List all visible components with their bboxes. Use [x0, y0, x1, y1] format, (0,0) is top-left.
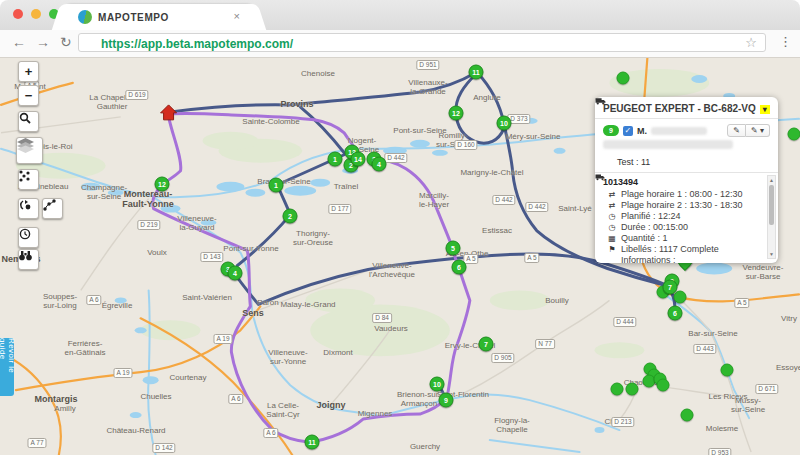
stop-marker[interactable]: 10 [497, 116, 512, 131]
back-icon[interactable]: ← [12, 34, 26, 50]
map-town-label: La Celle- Saint-Cyr [266, 401, 299, 419]
map-town-label: Pont-sur-Yonne [223, 244, 278, 253]
stop-marker-number: 9 [444, 397, 448, 404]
bookmark-star-icon[interactable]: ☆ [745, 35, 757, 50]
map-town-label: Pont-sur-Seine [393, 126, 446, 135]
road-badge: D 213 [611, 417, 634, 427]
stop-marker[interactable]: 7 [663, 280, 678, 295]
minimize-window-button[interactable] [31, 9, 41, 19]
stop-marker-number: 2 [288, 213, 292, 220]
edit-stop-menu-button[interactable]: ✎ ▾ [746, 124, 770, 137]
road-badge: D 951 [416, 60, 439, 70]
road-badge: A 6 [86, 295, 101, 305]
stop-marker[interactable]: 5 [446, 241, 461, 256]
map-town-label: Égreville [102, 301, 133, 310]
map-town-label: Mussy- sur-Seine [731, 396, 765, 414]
scroll-down-icon[interactable]: ▼ [768, 251, 775, 257]
road-badge: A 77 [27, 438, 46, 448]
stop-dot[interactable] [626, 383, 639, 396]
stop-marker[interactable]: 14 [351, 152, 366, 167]
stop-reference: 1013494 [603, 177, 762, 187]
stop-dot[interactable] [611, 383, 624, 396]
stop-dot[interactable] [657, 379, 670, 392]
road-badge: D 671 [755, 384, 778, 394]
zoom-area-button[interactable] [18, 111, 39, 132]
map-town-label: Joigny [316, 400, 345, 410]
stop-marker[interactable]: 9 [439, 393, 454, 408]
map-town-label: Dixmont [323, 348, 352, 357]
stop-marker-number: 14 [354, 156, 362, 163]
stop-dot[interactable] [617, 72, 630, 85]
draw-route-button[interactable] [42, 198, 63, 219]
stop-detail-scroll[interactable]: 1013494 ⇄Plage horaire 1 : 08:00 - 12:30… [595, 173, 778, 265]
stop-marker[interactable]: 7 [479, 337, 494, 352]
map-town-label: Montereau- Fault-Yonne [122, 189, 173, 210]
clustering-button[interactable] [18, 169, 39, 190]
stop-dot[interactable] [788, 128, 800, 141]
address-bar[interactable]: https://app.beta.mapotempo.com/ ☆ [78, 33, 766, 52]
overview-button[interactable] [18, 249, 39, 270]
browser-tab[interactable]: MAPOTEMPO × [64, 4, 254, 30]
stop-marker-number: 4 [377, 161, 381, 168]
stop-checkbox[interactable]: ✓ [623, 126, 633, 136]
edit-stop-button[interactable]: ✎ [727, 124, 746, 137]
map-town-label: Saint-Lyé [558, 204, 592, 213]
forward-icon[interactable]: → [36, 34, 50, 50]
map-town-label: Villeneuve- la-Guyard [177, 214, 216, 232]
map-town-label: Saint-Valérien [182, 293, 232, 302]
stop-marker[interactable]: 2 [283, 209, 298, 224]
close-window-button[interactable] [13, 9, 23, 19]
scroll-thumb[interactable] [769, 185, 774, 225]
map-town-label: Migennes [358, 409, 393, 418]
road-badge: D 84 [372, 313, 392, 323]
browser-menu-icon[interactable]: ⋮ [779, 34, 792, 49]
arrows-icon: ⇄ [607, 189, 617, 200]
stop-dot[interactable] [674, 291, 687, 304]
move-marker-button[interactable] [18, 198, 39, 219]
tab-close-icon[interactable]: × [234, 10, 240, 22]
reload-icon[interactable]: ↻ [60, 34, 72, 50]
stop-marker[interactable]: 1 [328, 152, 343, 167]
stop-marker[interactable]: 12 [449, 106, 464, 121]
stop-marker[interactable]: 1 [269, 178, 284, 193]
stop-dot[interactable] [681, 409, 694, 422]
tag-icon: ⚑ [607, 244, 617, 255]
map-canvas[interactable]: MormantChenoiseVillenauxe- la-GrandeProv… [0, 58, 800, 455]
stop-marker[interactable]: 11 [305, 435, 320, 450]
detail-text: Quantité : 1 [621, 233, 668, 244]
stop-dot[interactable] [721, 364, 734, 377]
road-badge: A 5 [734, 298, 749, 308]
stop-marker[interactable]: 12 [155, 177, 170, 192]
stop-marker[interactable]: 6 [452, 260, 467, 275]
stop-marker-number: 12 [452, 110, 460, 117]
detail-row: Informations : [603, 255, 762, 265]
stop-marker[interactable]: 4 [372, 157, 387, 172]
stop-marker[interactable]: 10 [430, 377, 445, 392]
zoom-in-button[interactable]: + [18, 61, 39, 82]
road-badge: D 905 [491, 353, 514, 363]
stop-detail-panel: PEUGEOT EXPERT - BC-682-VQ▾ 9 ✓ M. ✎ ✎ ▾… [595, 97, 778, 263]
road-badge: D 444 [613, 317, 636, 327]
browser-toolbar: ← → ↻ https://app.beta.mapotempo.com/ ☆ … [0, 30, 800, 58]
stop-marker[interactable]: 6 [668, 306, 683, 321]
stop-marker[interactable]: 11 [469, 65, 484, 80]
zoom-out-button[interactable]: − [18, 85, 39, 106]
time-button[interactable] [18, 227, 39, 248]
url-text[interactable]: https://app.beta.mapotempo.com/ [101, 37, 293, 51]
road-badge: D 953 [708, 448, 731, 455]
map-town-label: Montargis [34, 394, 77, 404]
vehicle-dropdown-icon[interactable]: ▾ [760, 105, 770, 114]
road-badge: D 143 [200, 252, 223, 262]
scroll-up-icon[interactable]: ▲ [768, 177, 775, 183]
guide-tab[interactable]: Revoir le guide [0, 338, 14, 396]
road-badge: A 19 [113, 368, 132, 378]
map-town-label: Bray-sur-Seine [257, 177, 310, 186]
stop-marker-number: 1 [333, 156, 337, 163]
map-town-label: Champagne- sur-Seine [81, 183, 127, 201]
layers-button[interactable] [16, 137, 43, 164]
contact-name: M. [637, 126, 647, 136]
panel-scrollbar[interactable]: ▲ ▼ [767, 175, 776, 259]
stop-marker[interactable]: 4 [228, 266, 243, 281]
stop-marker-number: 11 [472, 69, 479, 76]
road-badge: D 160 [454, 140, 477, 150]
